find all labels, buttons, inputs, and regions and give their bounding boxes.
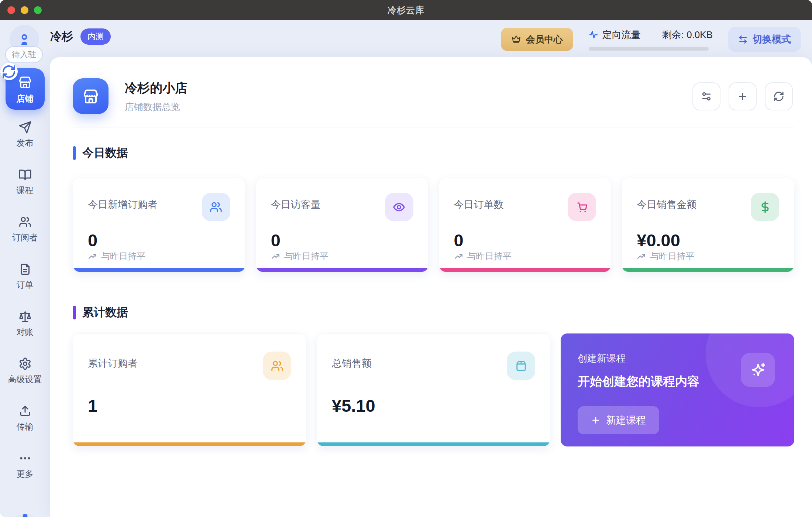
store-icon [18,75,32,90]
sidebar-item-label: 更多 [17,468,34,480]
more-icon [18,452,32,465]
storage-widget: 0.2% 存储空间 [9,514,41,517]
beta-badge: 内测 [80,28,111,45]
add-button[interactable] [729,82,757,110]
stat-footer-text: 与昨日持平 [284,250,328,262]
stat-footer-text: 与昨日持平 [650,250,694,262]
eye-icon [385,193,413,221]
shop-ident: 冷杉 内测 [50,28,111,45]
avatar[interactable]: 待入驻 [10,25,40,54]
stat-value: ¥5.10 [332,396,535,416]
stat-label: 今日销售金额 [637,198,696,211]
sliders-icon [701,91,712,102]
sidebar-item-label: 课程 [17,185,34,196]
close-button[interactable] [7,6,15,14]
swap-arrows-icon [738,35,748,44]
accent-strip [439,268,611,272]
stat-value: 0 [454,230,596,250]
new-course-label: 新建课程 [606,414,646,427]
shop-header: 冷杉的小店 店铺数据总览 [50,57,812,114]
sidebar-item-label: 店铺 [17,93,34,105]
today-section: 今日数据 今日新增订购者 0 与昨日持平 [50,145,812,272]
accent-strip [256,268,428,272]
accent-strip [622,268,794,272]
sidebar-item-subscribers[interactable]: 订阅者 [12,215,38,243]
users-icon [202,193,230,221]
section-title: 累计数据 [82,305,128,320]
section-accent-bar [73,146,76,160]
gear-icon [18,357,32,370]
refresh-icon [773,91,784,102]
refresh-button[interactable] [765,82,793,110]
traffic-lights [7,6,42,14]
sidebar-item-shop[interactable]: 店铺 [6,68,45,110]
cart-icon [568,193,596,221]
sidebar-item-label: 订单 [17,279,34,291]
sidebar-item-orders[interactable]: 订单 [17,263,34,291]
create-course-card[interactable]: 创建新课程 开始创建您的课程内容 新建课程 [561,333,794,446]
zoom-button[interactable] [34,6,42,14]
titlebar: 冷杉云库 [0,0,812,20]
upload-icon [18,404,32,418]
promo-eyebrow: 创建新课程 [578,352,777,365]
stat-label: 今日订单数 [454,198,504,211]
switch-shop-button[interactable] [0,63,18,80]
panel-actions [692,82,793,110]
trend-icon [454,252,463,261]
new-course-button[interactable]: 新建课程 [578,406,659,434]
stat-value: ¥0.00 [637,230,779,250]
sidebar: 店铺 发布 课程 订阅者 订单 对账 高级设置 传输 [0,57,50,517]
stat-footer-text: 与昨日持平 [467,250,512,262]
scale-icon [18,310,32,323]
accent-strip [73,442,306,446]
filter-settings-button[interactable] [692,82,720,110]
crown-icon [511,34,521,44]
accent-strip [317,442,550,446]
sidebar-item-publish[interactable]: 发布 [17,121,34,149]
plus-icon [737,91,748,102]
plus-icon [591,415,601,425]
sidebar-item-reconcile[interactable]: 对账 [17,310,34,338]
sidebar-item-label: 对账 [17,326,34,338]
book-icon [18,168,32,181]
trend-icon [88,252,97,261]
stat-card-sales: 今日销售金额 ¥0.00 与昨日持平 [622,178,794,272]
sidebar-item-transfer[interactable]: 传输 [17,404,34,432]
shop-name: 冷杉 [50,29,73,44]
trend-icon [271,252,280,261]
stat-card-total-subscribers: 累计订购者 1 [73,333,306,446]
users-icon [18,215,32,229]
package-icon [507,352,535,380]
header-actions-right: 会员中心 定向流量 剩余: 0.0KB 切换模式 [501,27,801,52]
stat-value: 0 [88,230,230,250]
stat-footer-text: 与昨日持平 [101,250,145,262]
sidebar-item-label: 订阅者 [12,232,38,243]
switch-mode-label: 切换模式 [753,33,791,46]
dollar-icon [751,193,779,221]
window-title: 冷杉云库 [388,4,424,16]
member-center-label: 会员中心 [526,33,563,45]
sync-icon [1,64,16,79]
stat-label: 今日新增订购者 [88,198,158,211]
sidebar-item-label: 发布 [17,137,34,149]
activity-icon [589,30,598,40]
cumulative-section: 累计数据 累计订购者 1 总销售额 [50,305,812,446]
traffic-remaining: 剩余: 0.0KB [662,28,713,41]
stat-card-orders: 今日订单数 0 与昨日持平 [439,178,612,272]
stat-card-visitors: 今日访客量 0 与昨日持平 [256,178,429,272]
section-title: 今日数据 [82,145,128,161]
sidebar-item-more[interactable]: 更多 [17,452,34,480]
trend-icon [637,252,646,261]
send-icon [18,121,32,134]
sidebar-item-label: 高级设置 [8,374,42,385]
stat-label: 累计订购者 [88,357,138,370]
sidebar-item-courses[interactable]: 课程 [17,168,34,196]
traffic-progress-bar [589,47,709,51]
switch-mode-button[interactable]: 切换模式 [728,27,801,52]
sidebar-item-advanced-settings[interactable]: 高级设置 [8,357,42,385]
storage-ring: 0.2% [9,514,41,517]
app-window: 冷杉云库 待入驻 冷杉 内测 会员中心 定向流量 [0,0,812,517]
minimize-button[interactable] [21,6,28,14]
member-center-button[interactable]: 会员中心 [501,28,573,51]
page-subtitle: 店铺数据总览 [125,101,187,113]
